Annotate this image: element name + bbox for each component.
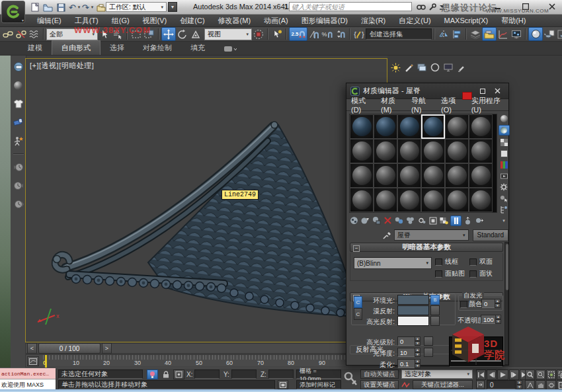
workspace-dropdown[interactable]: 工作区: 默认 ▾: [106, 2, 167, 12]
ambient-color-swatch[interactable]: [397, 295, 429, 305]
collapse-icon[interactable]: –: [353, 245, 360, 252]
listener-script-line[interactable]: 欢迎使用 MAXS: [0, 379, 56, 390]
wireframe-checkbox-row[interactable]: 线框: [435, 257, 458, 266]
monitor-icon[interactable]: [443, 62, 454, 73]
bind-to-space-warp-icon[interactable]: [28, 28, 41, 40]
material-sample-slot[interactable]: [421, 139, 445, 163]
facemap-checkbox[interactable]: [435, 270, 442, 278]
previous-frame-button[interactable]: <: [27, 343, 37, 354]
mini-curve-editor-button[interactable]: [27, 356, 39, 366]
scrollbar-thumb[interactable]: [506, 244, 508, 290]
reset-map-icon[interactable]: [383, 216, 393, 225]
key-step-toggle[interactable]: [476, 380, 485, 389]
rectangular-selection-region-icon[interactable]: [130, 28, 143, 40]
menu-edit[interactable]: 编辑(E): [30, 16, 68, 26]
shader-type-dropdown[interactable]: (B)Blinn ▾: [354, 257, 432, 269]
material-sample-slot[interactable]: [469, 163, 493, 188]
next-frame-button[interactable]: >: [102, 343, 112, 354]
selection-filter-dropdown[interactable]: 全部 ▾: [46, 28, 98, 40]
unlink-selection-icon[interactable]: [15, 28, 28, 40]
show-end-result-icon[interactable]: [450, 216, 462, 226]
select-and-rotate-icon[interactable]: [176, 28, 189, 40]
web-browser-icon[interactable]: [13, 61, 24, 73]
sample-uv-tiling-icon[interactable]: [499, 149, 509, 158]
shader-rollout-header[interactable]: – 明暗器基本参数: [350, 243, 503, 252]
pencil-annotate-icon[interactable]: [456, 62, 467, 73]
select-and-scale-icon[interactable]: [189, 28, 202, 40]
material-sample-slot[interactable]: [397, 114, 421, 139]
character-animation-icon[interactable]: [13, 135, 24, 147]
close-icon[interactable]: [490, 86, 504, 97]
menu-rendering[interactable]: 渲染(R): [354, 16, 392, 26]
options-gear-icon[interactable]: [499, 182, 509, 192]
state-set-rewind-icon[interactable]: [13, 161, 24, 173]
search-input[interactable]: [289, 2, 412, 11]
faceted-checkbox-row[interactable]: 面状: [469, 269, 493, 278]
material-type-button[interactable]: Standard: [473, 229, 508, 241]
selfillum-spinner[interactable]: ▲▼: [495, 299, 501, 307]
next-key-button[interactable]: [509, 370, 519, 380]
pencil-edit-icon[interactable]: [403, 62, 414, 73]
ribbon-tab-object-paint[interactable]: 对象绘制: [134, 41, 181, 55]
select-by-name-icon[interactable]: [111, 28, 124, 40]
circle-select-icon[interactable]: [430, 62, 440, 73]
select-and-link-icon[interactable]: [1, 28, 15, 40]
mat-menu-modes[interactable]: 模式(D): [346, 96, 376, 114]
specular-level-map-button[interactable]: [424, 336, 433, 346]
snaps-toggle-icon[interactable]: 2.5: [289, 27, 307, 41]
material-sphere-icon[interactable]: [13, 79, 24, 91]
assign-to-selection-icon[interactable]: [372, 216, 381, 225]
search-binoculars-icon[interactable]: [416, 2, 426, 12]
material-name-dropdown[interactable]: 屋脊 ▾: [394, 229, 469, 241]
application-menu-button[interactable]: ▾: [1, 1, 25, 23]
previous-key-button[interactable]: [487, 370, 497, 380]
auto-key-button[interactable]: 自动关键点: [360, 370, 399, 379]
go-forward-to-sibling-icon[interactable]: [474, 216, 484, 225]
named-selection-sets-field[interactable]: 创建选择集: [366, 28, 432, 40]
menu-create[interactable]: 创建(C): [173, 16, 211, 26]
zoom-icon[interactable]: [525, 370, 535, 380]
layer-manager-icon[interactable]: [469, 28, 482, 40]
window-crossing-icon[interactable]: [143, 28, 156, 40]
set-key-button[interactable]: 设置关键点: [360, 380, 399, 389]
mat-menu-utilities[interactable]: 实用程序(U): [467, 96, 508, 114]
menu-modifiers[interactable]: 修改器(M): [212, 16, 258, 26]
eraser-icon[interactable]: [13, 116, 24, 128]
y-coord-field[interactable]: [231, 370, 257, 379]
listener-macro-line[interactable]: actionMan.exec…: [0, 368, 56, 379]
material-sample-slot[interactable]: [421, 114, 445, 139]
mirror-icon[interactable]: [437, 28, 450, 40]
perspective-viewport[interactable]: [+][透视][明暗处理]: [25, 58, 387, 342]
time-slider-thumb[interactable]: 0 / 100: [38, 343, 100, 354]
material-sample-slot[interactable]: [469, 114, 493, 139]
video-color-check-icon[interactable]: [499, 160, 509, 169]
facemap-checkbox-row[interactable]: 面贴图: [435, 269, 465, 278]
make-preview-icon[interactable]: [499, 171, 509, 180]
sample-type-icon[interactable]: [499, 114, 509, 123]
percent-snap-toggle-icon[interactable]: %: [321, 28, 334, 40]
twosided-checkbox[interactable]: [469, 258, 477, 266]
communicate-button[interactable]: [278, 380, 288, 389]
selfillum-color-checkbox[interactable]: [460, 301, 467, 308]
material-sample-slot[interactable]: [374, 139, 397, 163]
material-sample-slot[interactable]: [421, 188, 445, 212]
material-sample-slot[interactable]: [421, 163, 445, 188]
material-gear-icon[interactable]: [417, 216, 426, 225]
zoom-extents-icon[interactable]: [546, 370, 556, 380]
get-material-icon[interactable]: [349, 216, 359, 225]
angle-snap-toggle-icon[interactable]: [307, 28, 321, 40]
viewport-label[interactable]: [+][透视][明暗处理]: [30, 61, 94, 71]
material-sample-slot[interactable]: [397, 188, 421, 212]
backlight-icon[interactable]: [499, 125, 510, 136]
track-bar[interactable]: 0 10 20 30 40 50 60 70 80 90: [25, 354, 387, 368]
material-sample-slot[interactable]: [397, 139, 421, 163]
maxscript-mini-listener[interactable]: actionMan.exec… 欢迎使用 MAXS: [0, 368, 56, 390]
select-and-move-icon[interactable]: [161, 27, 176, 41]
material-sample-slot[interactable]: [350, 163, 374, 188]
lock-ambient-diffuse-toggle[interactable]: B: [430, 295, 440, 305]
workspace-menu-button[interactable]: ▼: [168, 2, 177, 12]
state-set-play-icon[interactable]: [13, 180, 24, 192]
diffuse-map-button[interactable]: [430, 305, 440, 315]
glossiness-map-button[interactable]: [424, 348, 433, 357]
use-pivot-point-center-icon[interactable]: [252, 28, 265, 40]
